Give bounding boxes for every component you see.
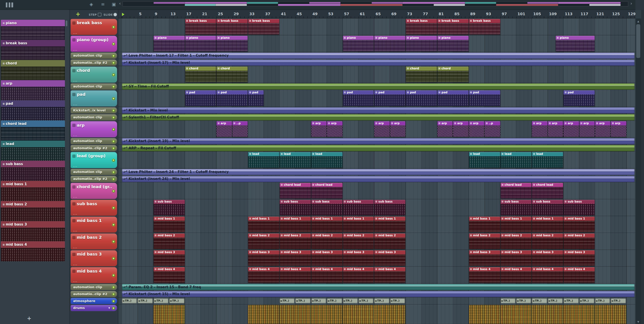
playlist-row-sub-bass[interactable]: ≡sub bass≡sub bass≡sub bass≡sub bass≡sub…: [118, 199, 635, 216]
track-header-arp[interactable]: arp...: [71, 121, 117, 137]
pattern-clip-sub-bass[interactable]: ≡sub bass: [532, 200, 563, 215]
add-track-button[interactable]: +: [76, 11, 80, 17]
pattern-clip-break-bass[interactable]: ≡break bass: [217, 19, 248, 35]
pattern-clip-mid-bass-1[interactable]: ≡mid bass 1: [154, 217, 185, 232]
pattern-clip-drums[interactable]: [469, 305, 500, 324]
audio-clip[interactable]: ▸▸TP..): [548, 298, 563, 303]
track-header-piano-group[interactable]: piano (group)...: [71, 36, 117, 52]
mute-led[interactable]: [112, 240, 115, 243]
pattern-clip-sub-bass[interactable]: ≡sub bass: [154, 200, 185, 215]
pattern-clip-drums[interactable]: [311, 305, 342, 324]
pattern-clip-mid-bass-3[interactable]: ≡mid bass 3: [248, 250, 279, 266]
automation-clip[interactable]: Sylenth1 - FilterCtl Cutoff: [122, 114, 634, 121]
pattern-clip-mid-bass-1[interactable]: ≡mid bass 1: [564, 217, 594, 232]
playlist-row-mid-bass-2[interactable]: ≡mid bass 2≡mid bass 2≡mid bass 2≡mid ba…: [118, 233, 635, 250]
pattern-clip-mid-bass-1[interactable]: ≡mid bass 1: [469, 217, 500, 232]
pattern-clip-mid-bass-1[interactable]: ≡mid bass 1: [248, 217, 279, 232]
pattern-clip-pad[interactable]: ≡pad: [469, 90, 500, 106]
playlist-row-automation-clip[interactable]: Kickstart (Insert 19) - Mix level: [118, 138, 635, 145]
pattern-clip-drums[interactable]: [280, 305, 311, 324]
audio-clip[interactable]: ▸▸TP..): [532, 298, 547, 303]
pattern-clip-chord-lead[interactable]: ≡chord lead: [280, 183, 311, 198]
playlist-row-pad[interactable]: ≡pad≡pad≡pad≡pad≡pad≡pad≡pad≡pad≡pad: [118, 90, 635, 107]
track-header-break-bass[interactable]: break bass...: [71, 19, 117, 35]
pattern-clip-mid-bass-1[interactable]: ≡mid bass 1: [311, 217, 342, 232]
pattern-clip-sub-bass[interactable]: ≡sub bass: [280, 200, 311, 215]
track-header-automation-clip[interactable]: automation clip: [71, 84, 117, 90]
pattern-clip-arp[interactable]: ≡arp: [564, 121, 579, 137]
pattern-item-pad[interactable]: ≡pad: [1, 100, 65, 120]
pattern-clip-pad[interactable]: ≡pad: [406, 90, 437, 106]
mute-led[interactable]: [112, 26, 115, 29]
pattern-clip-mid-bass-2[interactable]: ≡mid bass 2: [248, 233, 279, 249]
playlist-row-chord[interactable]: ≡chord≡chord≡chord≡chord: [118, 66, 635, 83]
playlist-row-atmosphere[interactable]: ▸▸TP..)▸▸TP..)▸▸TP..)▸▸TP..)▸▸TP..)▸▸TP.…: [118, 297, 635, 304]
pattern-clip-mid-bass-4[interactable]: ≡mid bass 4: [248, 267, 279, 283]
pattern-clip-sub-bass[interactable]: ≡sub bass: [564, 200, 594, 215]
pattern-clip-mid-bass-3[interactable]: ≡mid bass 3: [154, 250, 185, 266]
pattern-clip-mid-bass-1[interactable]: ≡mid bass 1: [500, 217, 532, 232]
pattern-clip-mid-bass-2[interactable]: ≡mid bass 2: [154, 233, 185, 249]
audio-clip[interactable]: ▸▸TP..): [327, 298, 342, 303]
pattern-clip-break-bass[interactable]: ≡break bass: [185, 19, 216, 35]
playlist-row-mid-bass-3[interactable]: ≡mid bass 3≡mid bass 3≡mid bass 3≡mid ba…: [118, 250, 635, 267]
automation-clip[interactable]: Kickstart (Insert 19) - Mix level: [122, 138, 634, 144]
pattern-clip-drums[interactable]: [374, 305, 406, 324]
playlist-row-chord-lead-gr[interactable]: ≡chord lead≡chord lead≡chord lead≡chord …: [118, 182, 635, 199]
track-header-automation-clip[interactable]: automation clip: [71, 53, 117, 59]
mute-led[interactable]: [112, 190, 115, 192]
mute-led[interactable]: [112, 97, 115, 100]
slide-tool-icon[interactable]: ≡: [101, 2, 105, 7]
audio-clip[interactable]: ▸▸TP..): [343, 298, 358, 303]
track-header-chord-lead-gr[interactable]: chord lead (gr.....: [71, 183, 117, 199]
pattern-clip-mid-bass-4[interactable]: ≡mid bass 4: [469, 267, 500, 283]
playlist-row-drums[interactable]: [118, 304, 635, 324]
pattern-clip-mid-bass-3[interactable]: ≡mid bass 3: [469, 250, 500, 266]
audio-clip[interactable]: ▸▸TP..): [564, 298, 578, 303]
playlist-grid-icon[interactable]: [6, 3, 13, 8]
mute-led[interactable]: [112, 73, 115, 76]
automation-clip[interactable]: Love Philter - Insert 17 - Filter 1 - Cu…: [122, 53, 634, 59]
track-header-mid-bass-4[interactable]: mid bass 4...: [71, 267, 117, 283]
track-header-sub-bass[interactable]: sub bass...: [71, 200, 117, 216]
pattern-clip-mid-bass-1[interactable]: ≡mid bass 1: [374, 217, 406, 232]
playlist-row-mid-bass-1[interactable]: ≡mid bass 1≡mid bass 1≡mid bass 1≡mid ba…: [118, 216, 635, 233]
pattern-clip-mid-bass-1[interactable]: ≡mid bass 1: [532, 217, 563, 232]
playlist-row-automation-clip[interactable]: Sylenth1 - FilterCtl Cutoff: [118, 114, 635, 121]
track-header-mid-bass-3[interactable]: mid bass 3...: [71, 250, 117, 266]
playlist-row-piano-group[interactable]: ≡piano≡piano≡piano≡piano≡piano≡piano≡pia…: [118, 35, 635, 52]
pattern-item-piano[interactable]: ≡piano: [1, 20, 65, 40]
pattern-clip-mid-bass-4[interactable]: ≡mid bass 4: [154, 267, 185, 283]
timeline-minimap[interactable]: [122, 1, 628, 7]
track-header-atmosphere[interactable]: atmosphere: [71, 298, 117, 304]
audio-clip[interactable]: ▸▸TP..): [595, 298, 610, 303]
pattern-clip-arp[interactable]: ≡arp: [327, 121, 342, 137]
pattern-clip-pad[interactable]: ≡pad: [374, 90, 406, 106]
pattern-clip-lead[interactable]: ≡lead: [248, 152, 279, 168]
automation-clip[interactable]: Kickstart (Insert 17) - Mix level: [122, 60, 634, 66]
pattern-clip-mid-bass-3[interactable]: ≡mid bass 3: [311, 250, 342, 266]
playlist-row-automation-clip[interactable]: SY - Time - Fil Cutoff: [118, 83, 635, 90]
mute-led[interactable]: [112, 306, 115, 309]
audio-clip[interactable]: ▸▸TP..): [280, 298, 295, 303]
mute-led[interactable]: [112, 177, 115, 180]
pattern-scrollbar[interactable]: [66, 21, 67, 27]
pattern-clip-arp[interactable]: ≡arp: [311, 121, 327, 137]
mute-led[interactable]: [112, 274, 115, 276]
track-header-mid-bass-2[interactable]: mid bass 2...: [71, 233, 117, 249]
scroll-down-icon[interactable]: ▼: [635, 320, 641, 323]
pattern-clip-piano[interactable]: ≡piano: [556, 36, 594, 52]
pattern-item-lead[interactable]: ≡lead: [1, 141, 65, 161]
pattern-clip-lead[interactable]: ≡lead: [311, 152, 342, 168]
track-header-drums[interactable]: drums▾: [71, 305, 117, 311]
audio-clip[interactable]: ▸▸TP..): [296, 298, 310, 303]
mute-led[interactable]: [112, 206, 115, 209]
playlist-row-lead-group[interactable]: ≡lead≡lead≡lead≡lead≡lead≡lead: [118, 152, 635, 168]
pattern-clip-pad[interactable]: ≡pad: [564, 90, 594, 106]
pattern-clip-arp[interactable]: ≡arp: [595, 121, 610, 137]
pattern-clip-mid-bass-2[interactable]: ≡mid bass 2: [374, 233, 406, 249]
pattern-clip-piano[interactable]: ≡piano: [217, 36, 248, 52]
pattern-item-chord-lead[interactable]: ≡chord lead: [1, 120, 65, 141]
pattern-clip-mid-bass-3[interactable]: ≡mid bass 3: [564, 250, 594, 266]
mute-led[interactable]: [112, 85, 115, 88]
